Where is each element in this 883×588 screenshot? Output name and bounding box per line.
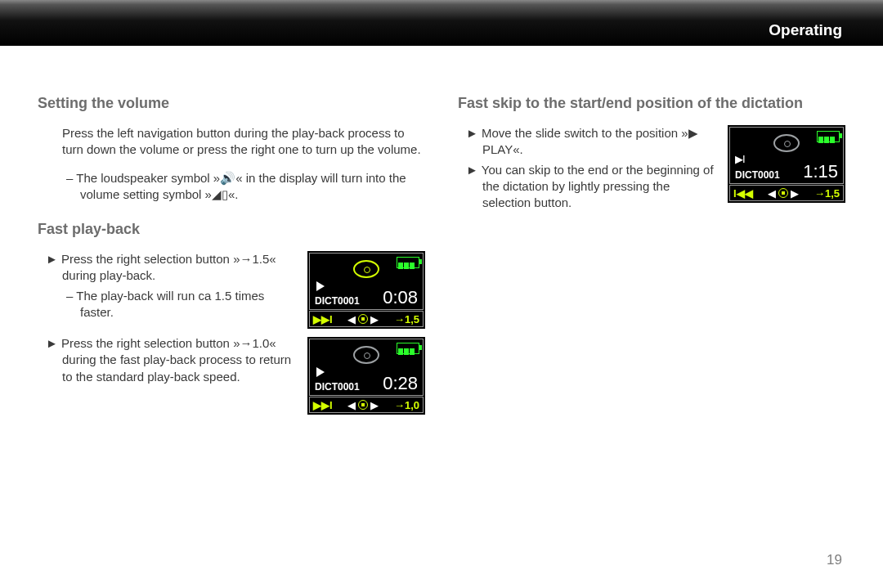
dict-label: DICT0001 <box>315 295 360 307</box>
battery-icon <box>397 257 419 268</box>
speaker-icon <box>778 188 788 198</box>
page-body: Setting the volume Press the left naviga… <box>0 46 883 433</box>
speed-label: →1,0 <box>394 399 419 411</box>
battery-icon <box>817 131 840 142</box>
play-icon <box>316 367 325 377</box>
skip-end-icon: ▶I <box>735 153 745 165</box>
lcd-stack: DICT0001 0:08 ▶▶I ◀ ▶ →1,5 <box>307 251 425 415</box>
nav-right-icon: ▶ <box>370 313 379 325</box>
time-label: 0:28 <box>383 373 418 394</box>
page-header-title: Operating <box>769 21 842 39</box>
device-screen-2: DICT0001 0:28 ▶▶I ◀ ▶ →1,0 <box>307 337 425 415</box>
section-fast-skip: Fast skip to the start/end position of t… <box>458 95 845 214</box>
device-screen-3: ▶I DICT0001 1:15 I◀◀ ◀ ▶ →1,5 <box>728 125 845 203</box>
left-column: Setting the volume Press the left naviga… <box>38 95 425 433</box>
list-item: Press the right selection button »→1.5« … <box>62 251 296 285</box>
speed-label: →1,5 <box>814 187 840 200</box>
speed-label: →1,5 <box>394 313 419 325</box>
softkey-bar: ▶▶I ◀ ▶ →1,5 <box>309 311 424 327</box>
page-number: 19 <box>827 552 842 568</box>
section-setting-volume: Setting the volume Press the left naviga… <box>38 95 425 203</box>
disc-icon <box>353 346 379 364</box>
time-label: 1:15 <box>803 161 838 182</box>
nav-left-icon: ◀ <box>347 313 356 325</box>
battery-icon <box>397 343 419 354</box>
play-icon <box>316 281 325 291</box>
dict-label: DICT0001 <box>315 381 360 393</box>
skip-start-icon: I◀◀ <box>733 187 753 200</box>
device-screen-1: DICT0001 0:08 ▶▶I ◀ ▶ →1,5 <box>307 251 425 329</box>
list-item: You can skip to the end or the beginning… <box>482 162 716 212</box>
heading-fast-playback: Fast play-back <box>38 221 425 238</box>
sub-item: The play-back will run ca 1.5 times fast… <box>80 288 296 321</box>
list-item: Press the right selection button »→1.0« … <box>62 335 296 385</box>
row-fast-1: Press the right selection button »→1.5« … <box>38 251 425 415</box>
nav-right-icon: ▶ <box>791 187 799 200</box>
nav-left-icon: ◀ <box>768 187 776 200</box>
speaker-icon <box>358 314 368 324</box>
header-bar: Operating <box>0 0 883 46</box>
softkey-bar: ▶▶I ◀ ▶ →1,0 <box>309 397 424 413</box>
nav-right-icon: ▶ <box>370 399 379 411</box>
heading-fast-skip: Fast skip to the start/end position of t… <box>458 95 845 112</box>
heading-setting-volume: Setting the volume <box>38 95 425 112</box>
right-column: Fast skip to the start/end position of t… <box>458 95 845 433</box>
softkey-bar: I◀◀ ◀ ▶ →1,5 <box>729 185 844 201</box>
list-item: Move the slide switch to the position »▶… <box>482 125 716 159</box>
skip-forward-icon: ▶▶I <box>313 399 333 411</box>
section-fast-playback: Fast play-back Press the right selection… <box>38 221 425 415</box>
skip-forward-icon: ▶▶I <box>313 313 333 325</box>
nav-left-icon: ◀ <box>347 399 356 411</box>
time-label: 0:08 <box>383 287 418 308</box>
sub-item: The loudspeaker symbol »🔊« in the displa… <box>80 170 425 204</box>
paragraph: Press the left navigation button during … <box>62 125 425 159</box>
disc-icon <box>773 134 800 152</box>
disc-icon <box>353 260 379 278</box>
speaker-icon <box>358 400 368 410</box>
dict-label: DICT0001 <box>735 169 780 181</box>
